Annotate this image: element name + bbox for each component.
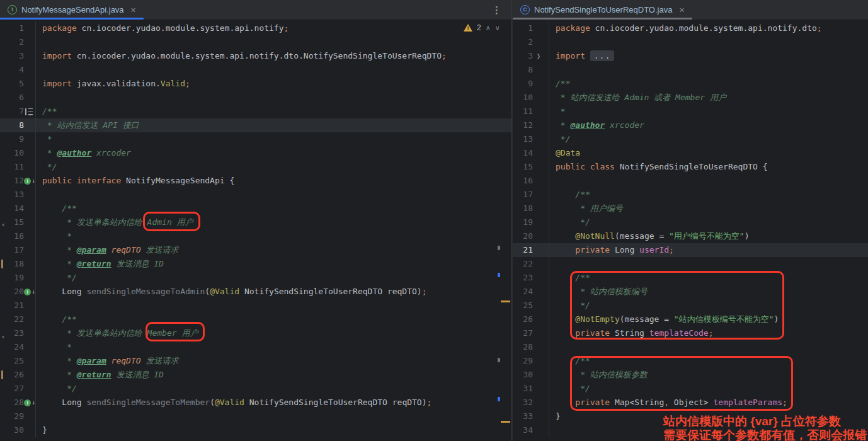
code-line[interactable]: 9/** xyxy=(513,77,868,91)
code-text: * @author xrcoder xyxy=(36,146,131,160)
gutter xyxy=(533,132,549,146)
code-line[interactable]: 6 xyxy=(0,91,511,105)
gutter xyxy=(533,285,549,299)
inactive-tab-underline xyxy=(513,18,692,20)
gutter xyxy=(533,243,549,257)
code-line[interactable]: 30} xyxy=(0,423,511,437)
code-line[interactable]: 3import cn.iocoder.yudao.module.system.a… xyxy=(0,49,511,63)
code-line[interactable]: 14 /** xyxy=(0,202,511,215)
code-line[interactable]: 1package cn.iocoder.yudao.module.system.… xyxy=(0,21,511,35)
has-implementations-icon[interactable]: I↓ xyxy=(24,289,35,295)
code-line[interactable]: 29 /** xyxy=(513,354,868,368)
code-line[interactable]: 21 xyxy=(0,299,511,312)
active-tab-underline xyxy=(0,18,144,20)
code-line[interactable]: 3❯import ... xyxy=(513,49,868,63)
code-line[interactable]: 17 /** xyxy=(513,188,868,202)
stripe-mark-orange[interactable] xyxy=(501,301,510,302)
code-line[interactable]: 18 * @return 发送消息 ID xyxy=(0,257,511,271)
line-number: 24 xyxy=(0,340,24,354)
code-line[interactable]: 22 /** xyxy=(0,312,511,326)
code-line[interactable]: 24 * 站内信模板编号 xyxy=(513,285,868,299)
stripe-mark-blue[interactable] xyxy=(498,397,500,401)
render-doc-icon[interactable] xyxy=(25,108,33,115)
code-editor-left[interactable]: 1package cn.iocoder.yudao.module.system.… xyxy=(0,21,511,441)
code-line[interactable]: 7/** xyxy=(0,105,511,118)
code-line[interactable]: 2 xyxy=(513,35,868,49)
close-icon[interactable]: × xyxy=(131,6,136,14)
gutter xyxy=(24,215,36,229)
code-line[interactable]: 20 @NotNull(message = "用户编号不能为空") xyxy=(513,229,868,243)
code-line[interactable]: 11 */ xyxy=(0,160,511,174)
line-number: 5 xyxy=(0,77,24,91)
code-line[interactable]: 20I↓ Long sendSingleMessageToAdmin(@Vali… xyxy=(0,285,511,299)
code-line[interactable]: 30 * 站内信模板参数 xyxy=(513,368,868,382)
gutter xyxy=(533,63,549,77)
code-line[interactable]: 5import javax.validation.Valid; xyxy=(0,77,511,91)
code-line[interactable]: 2 xyxy=(0,35,511,49)
code-line[interactable]: 25 */ xyxy=(513,299,868,312)
stripe-mark-gray[interactable] xyxy=(498,246,500,250)
code-line[interactable]: 31 */ xyxy=(513,382,868,396)
stripe-mark-blue[interactable] xyxy=(498,273,500,277)
code-text: * @param reqDTO 发送请求 xyxy=(36,354,178,368)
code-line[interactable]: 9 * xyxy=(0,132,511,146)
code-line[interactable]: 27 */ xyxy=(0,382,511,396)
has-implementations-icon[interactable]: I↓ xyxy=(24,399,35,406)
code-line[interactable]: 21 private Long userId; xyxy=(513,243,868,257)
code-line[interactable]: 10 * @author xrcoder xyxy=(0,146,511,160)
code-line[interactable]: 32 private Map<String, Object> templateP… xyxy=(513,396,868,410)
chevron-down-icon[interactable]: ∨ xyxy=(495,24,500,32)
inspection-widget[interactable]: ! 2 ∧ ∨ xyxy=(464,23,500,32)
gutter xyxy=(533,340,549,354)
code-line[interactable]: 23 * 发送单条站内信给 Member 用户 xyxy=(0,326,511,340)
code-line[interactable]: 1package cn.iocoder.yudao.module.system.… xyxy=(513,21,868,35)
code-line[interactable]: 4 xyxy=(0,63,511,77)
code-line[interactable]: 11 * xyxy=(513,105,868,118)
code-line[interactable]: 29 xyxy=(0,410,511,423)
stripe-mark-gray[interactable] xyxy=(498,358,500,362)
code-line[interactable]: 13 xyxy=(0,188,511,202)
code-line[interactable]: 14@Data xyxy=(513,146,868,160)
code-line[interactable]: 24 * xyxy=(0,340,511,354)
code-line[interactable]: 8 xyxy=(513,63,868,77)
code-line[interactable]: 28I↓ Long sendSingleMessageToMember(@Val… xyxy=(0,396,511,410)
gutter xyxy=(24,77,36,91)
code-text xyxy=(36,63,42,77)
tab-notify-message-send-api[interactable]: I NotifyMessageSendApi.java × xyxy=(0,0,144,20)
code-line[interactable]: 26 @NotEmpty(message = "站内信模板编号不能为空") xyxy=(513,312,868,326)
fold-arrow-icon[interactable]: ❯ xyxy=(537,48,540,64)
code-line[interactable]: 8 * 站内信发送 API 接口 xyxy=(0,118,511,132)
code-line[interactable]: 19 */ xyxy=(0,271,511,285)
code-line[interactable]: 19 */ xyxy=(513,215,868,229)
has-implementations-icon[interactable]: I↓ xyxy=(24,178,35,185)
code-text: package cn.iocoder.yudao.module.system.a… xyxy=(36,21,288,35)
gutter xyxy=(24,35,36,49)
code-text xyxy=(36,91,42,105)
code-line[interactable]: 17 * @param reqDTO 发送请求 xyxy=(0,243,511,257)
code-line[interactable]: 27 private String templateCode; xyxy=(513,326,868,340)
code-line[interactable]: 16 xyxy=(513,174,868,188)
line-number: 22 xyxy=(513,257,533,271)
gutter xyxy=(533,312,549,326)
code-line[interactable]: 26 * @return 发送消息 ID xyxy=(0,368,511,382)
code-line[interactable]: 12 * @author xrcoder xyxy=(513,118,868,132)
folded-imports[interactable]: ... xyxy=(590,50,614,61)
line-number: 13 xyxy=(513,132,533,146)
code-line[interactable]: 25 * @param reqDTO 发送请求 xyxy=(0,354,511,368)
code-line[interactable]: 18 * 用户编号 xyxy=(513,202,868,215)
code-line[interactable]: 28 xyxy=(513,340,868,354)
chevron-up-icon[interactable]: ∧ xyxy=(486,24,491,32)
code-line[interactable]: 10 * 站内信发送给 Admin 或者 Member 用户 xyxy=(513,91,868,105)
code-line[interactable]: 23 /** xyxy=(513,271,868,285)
code-line[interactable]: 13 */ xyxy=(513,132,868,146)
close-icon[interactable]: × xyxy=(679,6,684,14)
code-line[interactable]: 15 * 发送单条站内信给 Admin 用户 xyxy=(0,215,511,229)
code-line[interactable]: 16 * xyxy=(0,229,511,243)
more-options-icon[interactable]: ⋮ xyxy=(492,0,501,20)
code-line[interactable]: 12I↓public interface NotifyMessageSendAp… xyxy=(0,174,511,188)
stripe-mark-orange[interactable] xyxy=(501,421,510,423)
code-line[interactable]: 15public class NotifySendSingleToUserReq… xyxy=(513,160,868,174)
tab-notify-send-single-to-user-req-dto[interactable]: C NotifySendSingleToUserReqDTO.java × xyxy=(513,0,692,20)
code-editor-right[interactable]: 1package cn.iocoder.yudao.module.system.… xyxy=(513,21,868,441)
code-line[interactable]: 22 xyxy=(513,257,868,271)
